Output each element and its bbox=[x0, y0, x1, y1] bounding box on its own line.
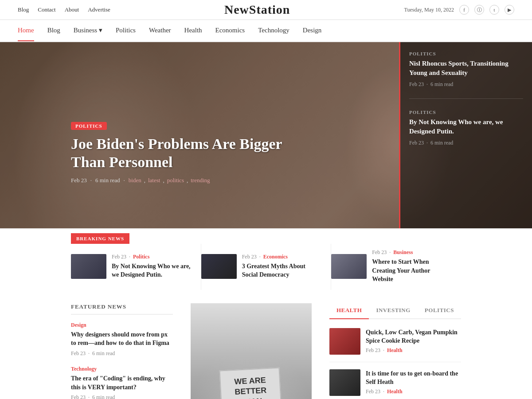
hero-date: Feb 23 bbox=[71, 177, 87, 184]
side-cat-1: POLITICS bbox=[409, 51, 523, 56]
sidebar-cat-2: Health bbox=[387, 388, 403, 395]
facebook-icon[interactable]: f bbox=[459, 5, 469, 15]
sidebar-article-1: Quick, Low Carb, Vegan Pumpkin Spice Coo… bbox=[329, 328, 461, 362]
breaking-meta-2: Feb 23 · Economics bbox=[242, 254, 322, 260]
sidebar-article-text-1: Quick, Low Carb, Vegan Pumpkin Spice Coo… bbox=[366, 328, 461, 355]
featured-meta-2: Feb 23 · 6 min read bbox=[71, 394, 173, 399]
tag-politics[interactable]: politics bbox=[167, 177, 184, 184]
side-title-1[interactable]: Nisl Rhoncus Sports, Transitioning Young… bbox=[409, 59, 523, 78]
nav-blog[interactable]: Blog bbox=[47, 20, 60, 41]
tab-investing[interactable]: INVESTING bbox=[369, 303, 417, 319]
featured-title-2[interactable]: The era of "Coding" is ending, why this … bbox=[71, 374, 173, 391]
tab-politics[interactable]: POLITICS bbox=[418, 303, 461, 319]
nav-economics[interactable]: Economics bbox=[215, 20, 245, 41]
featured-cat-2: Technology bbox=[71, 366, 173, 372]
chevron-down-icon: ▾ bbox=[99, 27, 102, 34]
breaking-news-label: BREAKING NEWS bbox=[71, 233, 129, 244]
tag-latest[interactable]: latest bbox=[148, 177, 160, 184]
hero-dot: · bbox=[90, 177, 92, 184]
featured-label: FEATURED NEWS bbox=[71, 303, 173, 315]
sidebar-tabs: HEALTH INVESTING POLITICS bbox=[329, 303, 461, 319]
nav-technology[interactable]: Technology bbox=[258, 20, 289, 41]
featured-item-1: Design Why designers should move from px… bbox=[71, 322, 173, 357]
hero-section: POLITICS Joe Biden's Problems Are Bigger… bbox=[0, 42, 532, 228]
tag-biden[interactable]: biden bbox=[129, 177, 141, 184]
breaking-cat-2: Economics bbox=[263, 254, 288, 260]
side-title-2[interactable]: By Not Knowing Who we are, we Designed P… bbox=[409, 117, 523, 136]
side-cat-2: POLITICS bbox=[409, 110, 523, 115]
sidebar-meta-2: Feb 23 · Health bbox=[366, 388, 461, 395]
featured-item-2: Technology The era of "Coding" is ending… bbox=[71, 366, 173, 399]
sidebar-article-text-2: It is time for us to get on-board the Se… bbox=[366, 369, 461, 396]
side-article-1: POLITICS Nisl Rhoncus Sports, Transition… bbox=[409, 51, 523, 99]
breaking-text-1: Feb 23 · Politics By Not Knowing Who we … bbox=[112, 254, 192, 279]
top-right: Tuesday, May 10, 2022 f Ⓘ t ▶ bbox=[404, 5, 514, 15]
contact-link[interactable]: Contact bbox=[38, 6, 55, 13]
right-sidebar: HEALTH INVESTING POLITICS Quick, Low Car… bbox=[329, 303, 461, 399]
breaking-item-2: Feb 23 · Economics 3 Greatest Myths Abou… bbox=[201, 244, 332, 290]
advertise-link[interactable]: Advertise bbox=[88, 6, 110, 13]
breaking-title-2[interactable]: 3 Greatest Myths About Social Democracy bbox=[242, 262, 322, 279]
nav-design[interactable]: Design bbox=[303, 20, 322, 41]
hero-title: Joe Biden's Problems Are Bigger Than Per… bbox=[71, 135, 293, 172]
breaking-thumb-1 bbox=[71, 254, 106, 279]
tab-health[interactable]: HEALTH bbox=[329, 303, 369, 319]
main-nav: Home Blog Business ▾ Politics Weather He… bbox=[0, 20, 532, 42]
instagram-icon[interactable]: Ⓘ bbox=[474, 5, 484, 15]
breaking-meta-1: Feb 23 · Politics bbox=[112, 254, 192, 260]
nav-weather[interactable]: Weather bbox=[149, 20, 171, 41]
breaking-meta-3: Feb 23 · Business bbox=[372, 249, 452, 256]
breaking-thumb-2 bbox=[201, 254, 237, 279]
youtube-icon[interactable]: ▶ bbox=[505, 5, 514, 15]
side-meta-1: Feb 23 · 6 min read bbox=[409, 81, 523, 88]
top-bar: Blog Contact About Advertise NewStation … bbox=[0, 0, 532, 20]
main-content: FEATURED NEWS Design Why designers shoul… bbox=[0, 290, 532, 399]
breaking-title-3[interactable]: Where to Start When Creating Your Author… bbox=[372, 258, 452, 284]
sidebar-title-1[interactable]: Quick, Low Carb, Vegan Pumpkin Spice Coo… bbox=[366, 328, 461, 345]
site-title: NewStation bbox=[224, 3, 290, 17]
breaking-items: Feb 23 · Politics By Not Knowing Who we … bbox=[71, 244, 461, 290]
hero-content: POLITICS Joe Biden's Problems Are Bigger… bbox=[71, 122, 293, 184]
featured-cat-1: Design bbox=[71, 322, 173, 329]
sidebar-article-2: It is time for us to get on-board the Se… bbox=[329, 369, 461, 399]
nav-politics[interactable]: Politics bbox=[116, 20, 136, 41]
breaking-item-1: Feb 23 · Politics By Not Knowing Who we … bbox=[71, 244, 201, 290]
nav-home[interactable]: Home bbox=[18, 20, 34, 41]
breaking-news-section: BREAKING NEWS Feb 23 · Politics By Not K… bbox=[0, 228, 532, 290]
breaking-thumb-3 bbox=[331, 254, 367, 279]
breaking-cat-1: Politics bbox=[133, 254, 149, 260]
hero-tags: biden , latest , politics , trending bbox=[129, 177, 210, 184]
featured-title-1[interactable]: Why designers should move from px to rem… bbox=[71, 330, 173, 348]
breaking-title-1[interactable]: By Not Knowing Who we are, we Designed P… bbox=[112, 262, 192, 279]
hero-category-badge: POLITICS bbox=[71, 122, 107, 130]
breaking-cat-3: Business bbox=[393, 249, 413, 255]
twitter-icon[interactable]: t bbox=[489, 5, 499, 15]
breaking-text-3: Feb 23 · Business Where to Start When Cr… bbox=[372, 249, 452, 284]
hero-meta: Feb 23 · 6 min read · biden , latest , p… bbox=[71, 177, 293, 184]
featured-meta-1: Feb 23 · 6 min read bbox=[71, 350, 173, 357]
sidebar-title-2[interactable]: It is time for us to get on-board the Se… bbox=[366, 369, 461, 387]
side-meta-2: Feb 23 · 6 min read bbox=[409, 140, 523, 146]
breaking-text-2: Feb 23 · Economics 3 Greatest Myths Abou… bbox=[242, 254, 322, 279]
nav-health[interactable]: Health bbox=[184, 20, 202, 41]
center-image: WE AREBETTERTHAN THIS! bbox=[191, 303, 312, 399]
tag-trending[interactable]: trending bbox=[191, 177, 210, 184]
sidebar-cat-1: Health bbox=[387, 347, 403, 353]
featured-news: FEATURED NEWS Design Why designers shoul… bbox=[71, 303, 173, 399]
breaking-item-3: Feb 23 · Business Where to Start When Cr… bbox=[331, 244, 461, 290]
sidebar-meta-1: Feb 23 · Health bbox=[366, 347, 461, 354]
date-display: Tuesday, May 10, 2022 bbox=[404, 7, 454, 13]
top-links: Blog Contact About Advertise bbox=[18, 6, 110, 13]
blog-link[interactable]: Blog bbox=[18, 6, 29, 13]
hero-read-time: 6 min read bbox=[95, 177, 120, 184]
nav-business[interactable]: Business ▾ bbox=[74, 20, 102, 41]
sidebar-thumb-1 bbox=[329, 328, 360, 355]
sidebar-thumb-2 bbox=[329, 369, 360, 396]
about-link[interactable]: About bbox=[65, 6, 79, 13]
hero-side-panel: POLITICS Nisl Rhoncus Sports, Transition… bbox=[399, 42, 532, 228]
hero-dot2: · bbox=[124, 177, 125, 184]
side-article-2: POLITICS By Not Knowing Who we are, we D… bbox=[409, 110, 523, 157]
